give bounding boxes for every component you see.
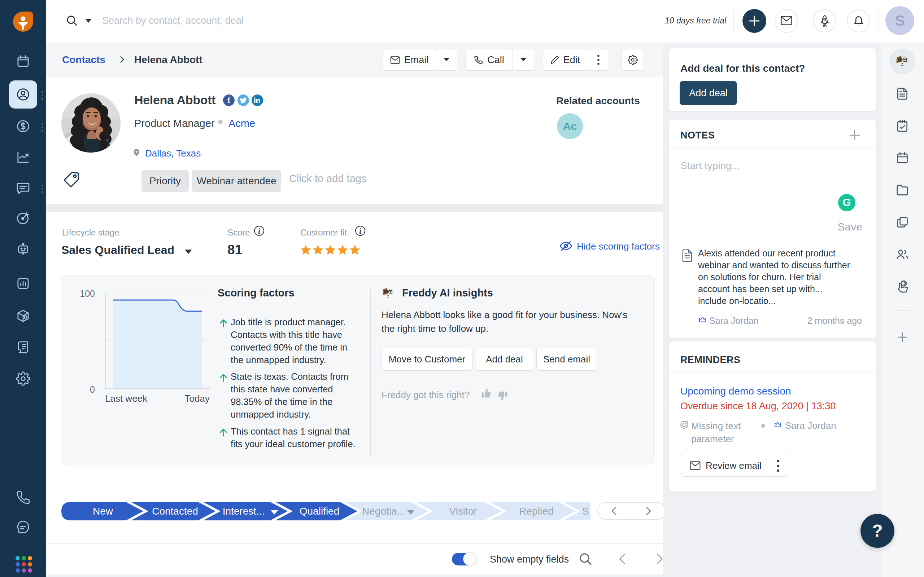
svg-text:Negotia...: Negotia... [362,506,405,517]
svg-text:Interest...: Interest... [223,506,265,517]
svg-text:Contacted: Contacted [152,506,198,517]
svg-text:Qualified: Qualified [300,506,340,517]
svg-text:S: S [582,506,589,517]
svg-text:Visitor: Visitor [449,506,477,517]
svg-text:New: New [93,506,113,517]
svg-text:Replied: Replied [519,506,554,517]
